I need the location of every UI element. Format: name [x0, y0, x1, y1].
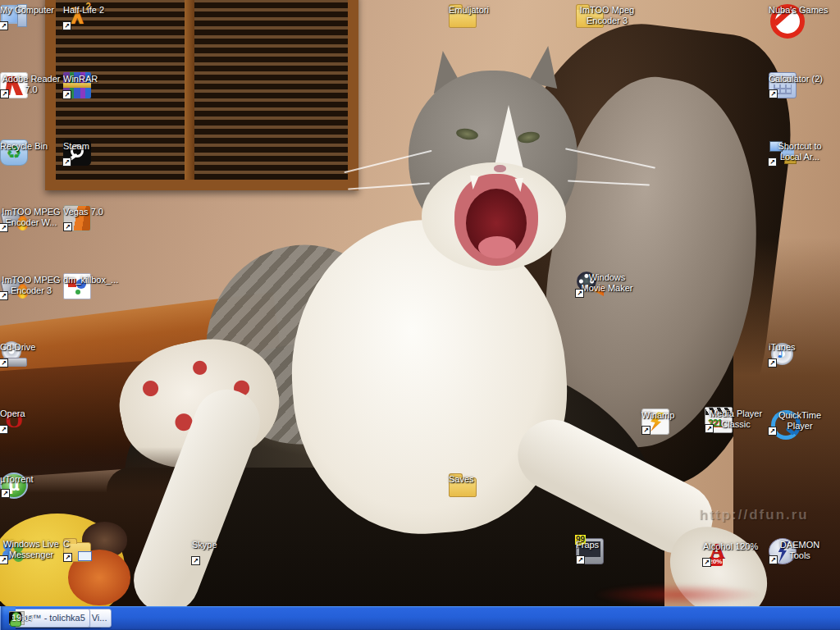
icon-label: Adobe Reader 7.0 — [0, 74, 62, 95]
shortcut-arrow-icon: ↗ — [62, 90, 71, 99]
icon-label: ImTOO MPEG Encoder 3 — [0, 275, 62, 296]
desktop: http://dfun.ru ↗ My Computer ↗ Half-Life… — [0, 0, 840, 630]
shortcut-arrow-icon: ↗ — [63, 222, 72, 231]
icon-label: Saves — [449, 474, 474, 485]
icon-label: ImTOO MPEG Encoder W... — [0, 207, 62, 228]
shortcut-arrow-icon: ↗ — [769, 555, 778, 564]
icon-label: Shortcut to Local Ar... — [769, 141, 831, 162]
icon-label: My Computer — [0, 5, 54, 16]
icon-label: ImTOO Mpeg Encoder 3 — [576, 5, 638, 26]
cat-nose — [494, 165, 506, 172]
shortcut-arrow-icon: ↗ — [769, 89, 778, 98]
shortcut-arrow-icon: ↗ — [576, 555, 585, 564]
icon-label: Windows Movie Maker — [576, 272, 638, 294]
icon-label: Opera — [0, 409, 25, 419]
shortcut-arrow-icon: ↗ — [0, 425, 8, 434]
shortcut-arrow-icon: ↗ — [62, 21, 71, 30]
shortcut-arrow-icon: ↗ — [702, 558, 711, 567]
icon-label: C — [63, 539, 70, 550]
shortcut-arrow-icon: ↗ — [768, 427, 777, 436]
shortcut-arrow-icon: ↗ — [768, 358, 777, 368]
icon-label: DAEMON Tools — [769, 540, 831, 561]
shortcut-arrow-icon: ↗ — [0, 223, 8, 232]
window-blinds — [45, 0, 358, 190]
icon-label: WinRAR — [63, 74, 98, 84]
icon-label: iTunes — [769, 342, 796, 353]
wallpaper-red-watermark — [596, 584, 760, 605]
icon-label: Cd-Drive — [0, 342, 35, 353]
shortcut-arrow-icon: ↗ — [705, 424, 714, 433]
icon-label: Half-Life 2 — [63, 5, 104, 16]
icon-label: Emuljatori — [449, 5, 489, 16]
shortcut-arrow-icon: ↗ — [768, 158, 777, 167]
shortcut-arrow-icon: ↗ — [0, 358, 8, 368]
wallpaper-watermark: http://dfun.ru — [699, 507, 840, 523]
icon-label: Recycle Bin — [0, 141, 48, 152]
system-tray: EN ‹ ✓ ! 19:07 — [0, 606, 16, 630]
icon-label: Windows Live Messenger — [0, 539, 62, 560]
icon-label: Skype — [192, 540, 217, 550]
icon-label: dm_killbox_... — [63, 275, 118, 285]
icon-label: Steam — [63, 141, 89, 152]
yellow-toy — [0, 514, 125, 620]
shortcut-arrow-icon: ↗ — [0, 291, 8, 300]
taskbar: start » 78. Alien Ant Farm - ... Nuba's … — [0, 606, 840, 630]
icon-label: Calculator (2) — [769, 74, 823, 84]
shortcut-arrow-icon: ↗ — [0, 21, 8, 30]
icon-label: Vegas 7.0 — [63, 207, 103, 217]
icon-label: Fraps — [576, 540, 599, 550]
shortcut-arrow-icon: ↗ — [62, 158, 71, 167]
cat-tongue — [478, 236, 516, 258]
shortcut-arrow-icon: ↗ — [63, 553, 72, 562]
icon-label: QuickTime Player — [769, 410, 831, 431]
shortcut-arrow-icon: ↗ — [191, 556, 200, 565]
tray-clock[interactable]: 19:07 — [9, 606, 34, 630]
icon-label: Alcohol 120% — [703, 541, 758, 552]
icon-label: Winamp — [641, 410, 674, 421]
icon-label: Media Player Classic — [705, 409, 767, 430]
shortcut-arrow-icon: ↗ — [575, 289, 584, 298]
shortcut-arrow-icon: ↗ — [641, 426, 651, 435]
shortcut-arrow-icon: ↗ — [0, 555, 8, 564]
shortcut-arrow-icon: ↗ — [0, 89, 9, 98]
shortcut-arrow-icon: ↗ — [1, 489, 10, 498]
icon-label: Nuba's Games — [769, 5, 828, 16]
icon-label: µTorrent — [0, 474, 34, 485]
